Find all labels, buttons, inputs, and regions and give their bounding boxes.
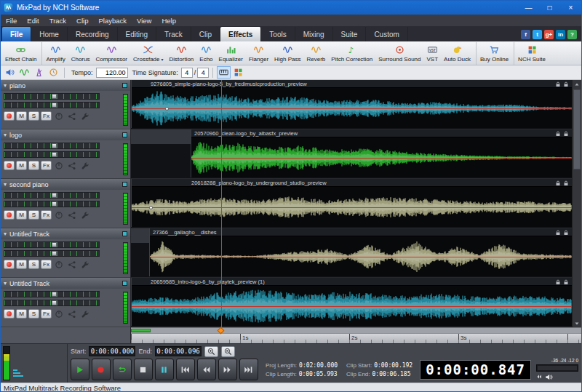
menu-item[interactable]: Help <box>156 15 181 26</box>
menu-item[interactable]: File <box>1 15 22 26</box>
knob-icon[interactable] <box>53 161 65 170</box>
wrench-icon[interactable] <box>79 161 91 170</box>
fx-button[interactable]: Fx <box>41 161 52 170</box>
virtual-keyboard-icon[interactable] <box>217 66 231 79</box>
knob-icon[interactable] <box>53 111 65 121</box>
arm-record-button[interactable] <box>4 210 15 220</box>
clip-lock-icon[interactable] <box>563 130 569 137</box>
menu-item[interactable]: Track <box>44 15 71 26</box>
volume-slider[interactable] <box>4 241 100 248</box>
record-button[interactable] <box>92 359 111 380</box>
audio-clip[interactable]: 20570960_clean-logo_by_albasfx_preview <box>191 129 572 177</box>
ribbon-button[interactable]: Amplify▾ <box>43 42 68 65</box>
knob-icon[interactable] <box>53 309 65 319</box>
ribbon-button[interactable]: Echo▾ <box>196 42 215 65</box>
ribbon-button[interactable]: Flanger▾ <box>246 42 271 65</box>
ribbon-tab[interactable]: Effects <box>220 27 261 41</box>
selection-end-input[interactable] <box>155 346 202 356</box>
clip-volume-line[interactable] <box>132 108 572 109</box>
volume-slider[interactable] <box>4 93 100 100</box>
linkedin-icon[interactable]: in <box>556 30 565 39</box>
ribbon-tab[interactable]: Track <box>156 27 191 41</box>
clip-lock-icon[interactable] <box>555 279 561 285</box>
slider-thumb[interactable] <box>52 201 57 207</box>
selection-start-input[interactable] <box>89 346 135 356</box>
routing-icon[interactable] <box>66 260 78 269</box>
fx-button[interactable]: Fx <box>41 260 52 269</box>
googleplus-icon[interactable]: g+ <box>544 30 554 39</box>
slider-thumb[interactable] <box>52 94 57 99</box>
fx-button[interactable]: Fx <box>41 210 52 220</box>
mute-button[interactable]: M <box>16 260 27 269</box>
routing-icon[interactable] <box>66 111 78 121</box>
stop-button[interactable] <box>134 359 153 380</box>
clip-volume-line[interactable] <box>191 158 572 159</box>
zoom-to-selection-icon[interactable] <box>221 346 235 357</box>
mute-button[interactable]: M <box>16 111 27 121</box>
go-to-end-button[interactable] <box>239 359 258 380</box>
volume-slider[interactable] <box>4 143 100 149</box>
mute-button[interactable]: M <box>16 309 27 319</box>
routing-icon[interactable] <box>66 309 78 319</box>
envelope-point[interactable] <box>165 107 169 111</box>
clip-lock-icon[interactable] <box>555 81 561 87</box>
wrench-icon[interactable] <box>79 260 91 269</box>
solo-button[interactable]: S <box>28 260 39 269</box>
ribbon-tab[interactable]: Recording <box>68 27 118 41</box>
record-options-icon[interactable] <box>17 66 31 79</box>
slider-thumb[interactable] <box>52 300 57 305</box>
clip-lock-icon[interactable] <box>555 229 561 236</box>
solo-button[interactable]: S <box>28 161 39 170</box>
ribbon-button[interactable]: Crossfade▾ <box>130 42 166 65</box>
mixdown-icon[interactable] <box>3 66 17 79</box>
clip-name[interactable]: 9276805_simple-piano-logo-5_by_fredimusi… <box>132 80 572 88</box>
audio-clip[interactable]: 27366__gallagho__dishes <box>149 228 572 276</box>
volume-slider[interactable] <box>4 192 100 199</box>
fx-button[interactable]: Fx <box>41 309 52 319</box>
tempo-input[interactable] <box>96 68 128 78</box>
routing-icon[interactable] <box>66 210 78 220</box>
track-lane[interactable]: 9276805_simple-piano-logo-5_by_fredimusi… <box>131 80 572 129</box>
vertical-scrollbar[interactable] <box>572 80 581 327</box>
fx-button[interactable]: Fx <box>41 111 52 121</box>
audio-clip[interactable]: 9276805_simple-piano-logo-5_by_fredimusi… <box>131 80 572 128</box>
maximize-button[interactable]: □ <box>539 1 560 15</box>
time-signature-numerator[interactable] <box>181 68 193 78</box>
speaker-icon[interactable] <box>545 373 553 381</box>
ribbon-button[interactable]: Equalizer▾ <box>216 42 246 65</box>
volume-slider[interactable] <box>4 291 100 297</box>
wrench-icon[interactable] <box>79 309 91 319</box>
scroll-up-icon[interactable] <box>573 80 581 88</box>
menu-item[interactable]: Edit <box>22 15 44 26</box>
ribbon-tab[interactable]: Suite <box>333 27 367 41</box>
clip-lock-icon[interactable] <box>563 81 569 87</box>
slider-thumb[interactable] <box>52 242 57 247</box>
audio-clip[interactable]: 20659585_intro-logo-6_by_playtek_preview… <box>131 278 572 326</box>
track-header[interactable]: ▾ Untitled Track <box>1 228 130 239</box>
twitter-icon[interactable]: t <box>533 30 542 39</box>
ribbon-button[interactable]: Effect Chain▾ <box>2 42 42 65</box>
play-button[interactable] <box>71 359 89 380</box>
mute-button[interactable]: M <box>16 210 27 220</box>
tap-tempo-icon[interactable] <box>47 66 60 79</box>
ribbon-button[interactable]: Compressor▾ <box>92 42 130 65</box>
track-lane[interactable]: 20618288_piano-logo_by_underground_studi… <box>131 179 572 228</box>
arm-record-button[interactable] <box>4 260 15 269</box>
collapse-icon[interactable]: ▾ <box>4 280 7 287</box>
slider-thumb[interactable] <box>52 193 57 198</box>
ribbon-tab[interactable]: Editing <box>118 27 157 41</box>
track-header[interactable]: ▾ logo <box>1 129 130 140</box>
ribbon-button[interactable]: NCH Suite▾ <box>515 42 549 65</box>
menu-item[interactable]: Clip <box>71 15 93 26</box>
track-lane[interactable]: 20570960_clean-logo_by_albasfx_preview <box>131 129 572 179</box>
ribbon-button[interactable]: ♪ Pitch Correction▾ <box>328 42 375 65</box>
solo-button[interactable]: S <box>28 210 39 220</box>
clip-name[interactable]: 20570960_clean-logo_by_albasfx_preview <box>191 129 572 137</box>
ribbon-button[interactable]: High Pass▾ <box>271 42 303 65</box>
ribbon-button[interactable]: Chorus▾ <box>68 42 93 65</box>
fast-forward-button[interactable] <box>218 359 237 380</box>
clip-volume-line[interactable] <box>132 306 572 307</box>
ribbon-button[interactable]: Surround Sound▾ <box>375 42 423 65</box>
routing-icon[interactable] <box>66 161 78 170</box>
scrollbar-thumb[interactable] <box>573 89 581 169</box>
